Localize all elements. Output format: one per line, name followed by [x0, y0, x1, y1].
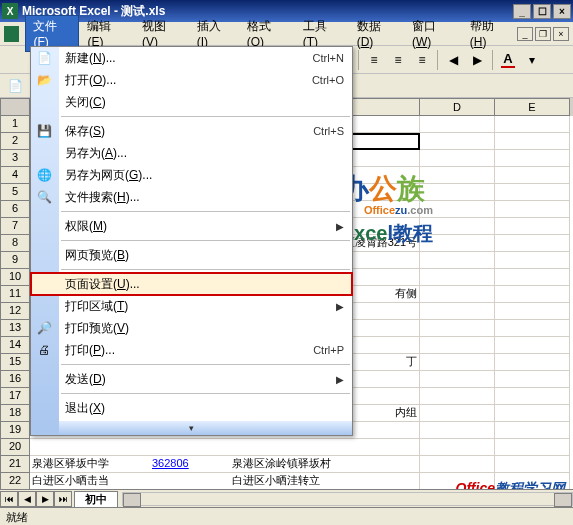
menu-data[interactable]: 数据(D) [349, 15, 404, 52]
cell[interactable] [495, 150, 570, 167]
cell[interactable] [495, 252, 570, 269]
menu-item-n[interactable]: 📄新建(N)...Ctrl+N [31, 47, 352, 69]
cell[interactable] [495, 303, 570, 320]
cell[interactable] [495, 422, 570, 439]
cell[interactable] [420, 252, 495, 269]
mdi-close-button[interactable]: × [553, 27, 569, 41]
cell[interactable] [495, 116, 570, 133]
cell[interactable] [420, 133, 495, 150]
menu-item-t[interactable]: 打印区域(T)▶ [31, 295, 352, 317]
cell[interactable] [30, 439, 420, 456]
row-header[interactable]: 10 [0, 269, 30, 286]
row-header[interactable]: 18 [0, 405, 30, 422]
cell[interactable] [420, 269, 495, 286]
menu-item-v[interactable]: 🔎打印预览(V) [31, 317, 352, 339]
row-header[interactable]: 7 [0, 218, 30, 235]
cell[interactable] [420, 116, 495, 133]
close-button[interactable]: × [553, 4, 571, 19]
row-header[interactable]: 12 [0, 303, 30, 320]
tab-nav-next-button[interactable]: ▶ [36, 491, 54, 507]
font-color-button[interactable]: A [497, 49, 519, 71]
new-icon[interactable]: 📄 [4, 75, 26, 97]
menu-item-b[interactable]: 网页预览(B) [31, 244, 352, 266]
row-header[interactable]: 3 [0, 150, 30, 167]
align-center-button[interactable]: ≡ [387, 49, 409, 71]
cell[interactable] [495, 133, 570, 150]
row-header[interactable]: 22 [0, 473, 30, 490]
cell[interactable] [420, 303, 495, 320]
menu-item-c[interactable]: 关闭(C) [31, 91, 352, 113]
mdi-minimize-button[interactable]: _ [517, 27, 533, 41]
menu-item-h[interactable]: 🔍文件搜索(H)... [31, 186, 352, 208]
cell[interactable] [495, 218, 570, 235]
tab-nav-prev-button[interactable]: ◀ [18, 491, 36, 507]
menu-window[interactable]: 窗口(W) [404, 15, 462, 52]
row-header[interactable]: 15 [0, 354, 30, 371]
tab-nav-last-button[interactable]: ⏭ [54, 491, 72, 507]
cell[interactable] [420, 456, 495, 473]
cell[interactable] [495, 354, 570, 371]
mdi-restore-button[interactable]: ❐ [535, 27, 551, 41]
tab-nav-first-button[interactable]: ⏮ [0, 491, 18, 507]
menu-item-d[interactable]: 发送(D)▶ [31, 368, 352, 390]
cell[interactable] [420, 405, 495, 422]
cell[interactable] [420, 320, 495, 337]
row-header[interactable]: 8 [0, 235, 30, 252]
horizontal-scrollbar[interactable] [122, 492, 573, 506]
cell[interactable] [420, 337, 495, 354]
menu-item-x[interactable]: 退出(X) [31, 397, 352, 419]
expand-menu-button[interactable]: ▾ [31, 421, 352, 435]
cell[interactable] [495, 439, 570, 456]
cell[interactable] [420, 439, 495, 456]
cell[interactable] [420, 286, 495, 303]
cell[interactable] [495, 371, 570, 388]
decrease-indent-button[interactable]: ◀ [442, 49, 464, 71]
cell[interactable] [495, 235, 570, 252]
cell[interactable] [495, 405, 570, 422]
select-all-corner[interactable] [0, 98, 30, 116]
row-header[interactable]: 20 [0, 439, 30, 456]
menu-help[interactable]: 帮助(H) [462, 15, 517, 52]
cell[interactable] [495, 456, 570, 473]
menu-item-p[interactable]: 🖨打印(P)...Ctrl+P [31, 339, 352, 361]
menu-item-o[interactable]: 📂打开(O)...Ctrl+O [31, 69, 352, 91]
cell[interactable] [495, 167, 570, 184]
cell[interactable] [420, 388, 495, 405]
row-header[interactable]: 16 [0, 371, 30, 388]
column-header-d[interactable]: D [420, 98, 495, 116]
menu-item-m[interactable]: 权限(M)▶ [31, 215, 352, 237]
cell[interactable] [495, 388, 570, 405]
row-header[interactable]: 19 [0, 422, 30, 439]
cell[interactable] [420, 371, 495, 388]
menu-item-g[interactable]: 🌐另存为网页(G)... [31, 164, 352, 186]
row-header[interactable]: 6 [0, 201, 30, 218]
cell[interactable] [420, 150, 495, 167]
row-header[interactable]: 21 [0, 456, 30, 473]
cell[interactable]: 泉港区驿坂中学362806泉港区涂岭镇驿坂村 [30, 456, 420, 473]
cell[interactable] [495, 201, 570, 218]
cell[interactable] [495, 337, 570, 354]
row-header[interactable]: 2 [0, 133, 30, 150]
sheet-tab-active[interactable]: 初中 [74, 491, 118, 507]
maximize-button[interactable]: ☐ [533, 4, 551, 19]
align-right-button[interactable]: ≡ [411, 49, 433, 71]
row-header[interactable]: 5 [0, 184, 30, 201]
row-header[interactable]: 1 [0, 116, 30, 133]
row-header[interactable]: 14 [0, 337, 30, 354]
align-left-button[interactable]: ≡ [363, 49, 385, 71]
cell[interactable] [495, 286, 570, 303]
cell[interactable]: 白进区小晒击当白进区小晒洼转立 [30, 473, 420, 490]
cell[interactable] [495, 320, 570, 337]
row-header[interactable]: 13 [0, 320, 30, 337]
cell[interactable] [420, 422, 495, 439]
cell[interactable] [495, 184, 570, 201]
cell[interactable] [495, 269, 570, 286]
row-header[interactable]: 11 [0, 286, 30, 303]
menu-item-s[interactable]: 💾保存(S)Ctrl+S [31, 120, 352, 142]
cell[interactable] [420, 354, 495, 371]
row-header[interactable]: 17 [0, 388, 30, 405]
column-header-e[interactable]: E [495, 98, 570, 116]
row-header[interactable]: 4 [0, 167, 30, 184]
menu-item-u[interactable]: 页面设置(U)... [31, 273, 352, 295]
font-color-dropdown-icon[interactable]: ▾ [521, 49, 543, 71]
